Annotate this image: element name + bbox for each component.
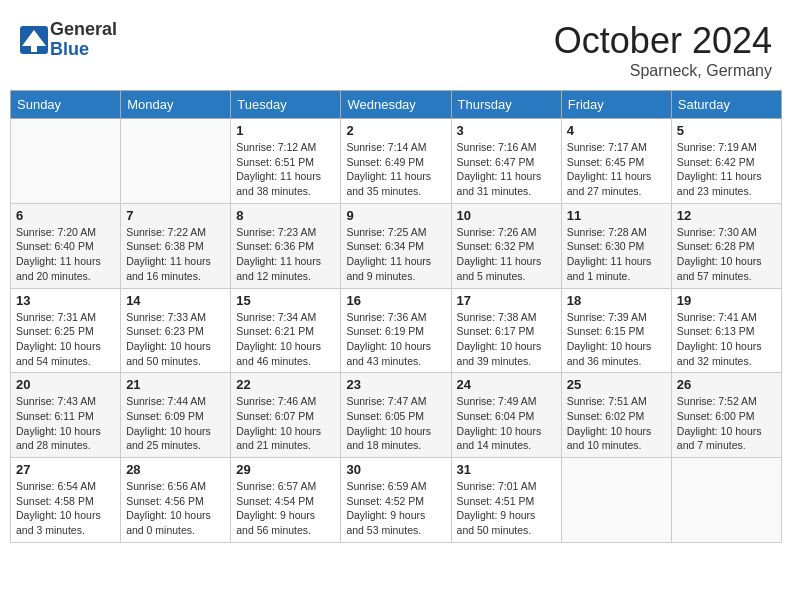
calendar-cell: 17Sunrise: 7:38 AM Sunset: 6:17 PM Dayli… xyxy=(451,288,561,373)
calendar-cell: 19Sunrise: 7:41 AM Sunset: 6:13 PM Dayli… xyxy=(671,288,781,373)
weekday-header-saturday: Saturday xyxy=(671,91,781,119)
day-info: Sunrise: 7:33 AM Sunset: 6:23 PM Dayligh… xyxy=(126,310,225,369)
calendar-cell: 26Sunrise: 7:52 AM Sunset: 6:00 PM Dayli… xyxy=(671,373,781,458)
weekday-header-friday: Friday xyxy=(561,91,671,119)
calendar-cell: 8Sunrise: 7:23 AM Sunset: 6:36 PM Daylig… xyxy=(231,203,341,288)
day-info: Sunrise: 7:49 AM Sunset: 6:04 PM Dayligh… xyxy=(457,394,556,453)
day-number: 13 xyxy=(16,293,115,308)
day-number: 19 xyxy=(677,293,776,308)
day-info: Sunrise: 7:17 AM Sunset: 6:45 PM Dayligh… xyxy=(567,140,666,199)
calendar-cell: 9Sunrise: 7:25 AM Sunset: 6:34 PM Daylig… xyxy=(341,203,451,288)
day-number: 8 xyxy=(236,208,335,223)
calendar-cell: 30Sunrise: 6:59 AM Sunset: 4:52 PM Dayli… xyxy=(341,458,451,543)
day-number: 4 xyxy=(567,123,666,138)
day-number: 2 xyxy=(346,123,445,138)
day-info: Sunrise: 7:22 AM Sunset: 6:38 PM Dayligh… xyxy=(126,225,225,284)
day-number: 21 xyxy=(126,377,225,392)
day-info: Sunrise: 6:56 AM Sunset: 4:56 PM Dayligh… xyxy=(126,479,225,538)
logo-icon xyxy=(20,26,48,54)
calendar-cell: 29Sunrise: 6:57 AM Sunset: 4:54 PM Dayli… xyxy=(231,458,341,543)
calendar-cell: 15Sunrise: 7:34 AM Sunset: 6:21 PM Dayli… xyxy=(231,288,341,373)
day-number: 23 xyxy=(346,377,445,392)
calendar-cell: 27Sunrise: 6:54 AM Sunset: 4:58 PM Dayli… xyxy=(11,458,121,543)
day-number: 11 xyxy=(567,208,666,223)
calendar-cell: 7Sunrise: 7:22 AM Sunset: 6:38 PM Daylig… xyxy=(121,203,231,288)
day-number: 6 xyxy=(16,208,115,223)
day-info: Sunrise: 7:12 AM Sunset: 6:51 PM Dayligh… xyxy=(236,140,335,199)
day-info: Sunrise: 7:47 AM Sunset: 6:05 PM Dayligh… xyxy=(346,394,445,453)
calendar-cell: 16Sunrise: 7:36 AM Sunset: 6:19 PM Dayli… xyxy=(341,288,451,373)
day-info: Sunrise: 7:30 AM Sunset: 6:28 PM Dayligh… xyxy=(677,225,776,284)
calendar-week-row: 20Sunrise: 7:43 AM Sunset: 6:11 PM Dayli… xyxy=(11,373,782,458)
calendar-week-row: 27Sunrise: 6:54 AM Sunset: 4:58 PM Dayli… xyxy=(11,458,782,543)
calendar-cell xyxy=(121,119,231,204)
day-info: Sunrise: 7:14 AM Sunset: 6:49 PM Dayligh… xyxy=(346,140,445,199)
day-number: 22 xyxy=(236,377,335,392)
calendar-cell: 13Sunrise: 7:31 AM Sunset: 6:25 PM Dayli… xyxy=(11,288,121,373)
calendar-cell: 1Sunrise: 7:12 AM Sunset: 6:51 PM Daylig… xyxy=(231,119,341,204)
day-info: Sunrise: 7:16 AM Sunset: 6:47 PM Dayligh… xyxy=(457,140,556,199)
calendar-cell: 20Sunrise: 7:43 AM Sunset: 6:11 PM Dayli… xyxy=(11,373,121,458)
day-info: Sunrise: 7:20 AM Sunset: 6:40 PM Dayligh… xyxy=(16,225,115,284)
day-info: Sunrise: 7:46 AM Sunset: 6:07 PM Dayligh… xyxy=(236,394,335,453)
logo-blue: Blue xyxy=(50,40,117,60)
calendar-cell: 12Sunrise: 7:30 AM Sunset: 6:28 PM Dayli… xyxy=(671,203,781,288)
day-number: 24 xyxy=(457,377,556,392)
day-info: Sunrise: 7:34 AM Sunset: 6:21 PM Dayligh… xyxy=(236,310,335,369)
weekday-header-tuesday: Tuesday xyxy=(231,91,341,119)
day-info: Sunrise: 7:28 AM Sunset: 6:30 PM Dayligh… xyxy=(567,225,666,284)
day-info: Sunrise: 6:54 AM Sunset: 4:58 PM Dayligh… xyxy=(16,479,115,538)
day-info: Sunrise: 7:31 AM Sunset: 6:25 PM Dayligh… xyxy=(16,310,115,369)
calendar-cell xyxy=(561,458,671,543)
calendar-cell: 2Sunrise: 7:14 AM Sunset: 6:49 PM Daylig… xyxy=(341,119,451,204)
location: Sparneck, Germany xyxy=(554,62,772,80)
day-number: 1 xyxy=(236,123,335,138)
day-info: Sunrise: 7:51 AM Sunset: 6:02 PM Dayligh… xyxy=(567,394,666,453)
day-info: Sunrise: 6:57 AM Sunset: 4:54 PM Dayligh… xyxy=(236,479,335,538)
day-info: Sunrise: 7:23 AM Sunset: 6:36 PM Dayligh… xyxy=(236,225,335,284)
calendar-table: SundayMondayTuesdayWednesdayThursdayFrid… xyxy=(10,90,782,543)
calendar-cell: 28Sunrise: 6:56 AM Sunset: 4:56 PM Dayli… xyxy=(121,458,231,543)
calendar-cell: 5Sunrise: 7:19 AM Sunset: 6:42 PM Daylig… xyxy=(671,119,781,204)
day-number: 28 xyxy=(126,462,225,477)
calendar-cell: 24Sunrise: 7:49 AM Sunset: 6:04 PM Dayli… xyxy=(451,373,561,458)
day-number: 9 xyxy=(346,208,445,223)
day-number: 31 xyxy=(457,462,556,477)
day-number: 18 xyxy=(567,293,666,308)
title-block: October 2024 Sparneck, Germany xyxy=(554,20,772,80)
calendar-week-row: 13Sunrise: 7:31 AM Sunset: 6:25 PM Dayli… xyxy=(11,288,782,373)
weekday-header-monday: Monday xyxy=(121,91,231,119)
calendar-body: 1Sunrise: 7:12 AM Sunset: 6:51 PM Daylig… xyxy=(11,119,782,543)
day-number: 14 xyxy=(126,293,225,308)
calendar-cell: 4Sunrise: 7:17 AM Sunset: 6:45 PM Daylig… xyxy=(561,119,671,204)
svg-rect-2 xyxy=(31,46,37,52)
day-number: 25 xyxy=(567,377,666,392)
day-number: 30 xyxy=(346,462,445,477)
day-number: 12 xyxy=(677,208,776,223)
day-info: Sunrise: 7:43 AM Sunset: 6:11 PM Dayligh… xyxy=(16,394,115,453)
calendar-cell: 11Sunrise: 7:28 AM Sunset: 6:30 PM Dayli… xyxy=(561,203,671,288)
calendar-cell: 10Sunrise: 7:26 AM Sunset: 6:32 PM Dayli… xyxy=(451,203,561,288)
day-info: Sunrise: 7:01 AM Sunset: 4:51 PM Dayligh… xyxy=(457,479,556,538)
page-header: General Blue October 2024 Sparneck, Germ… xyxy=(10,10,782,85)
calendar-cell: 25Sunrise: 7:51 AM Sunset: 6:02 PM Dayli… xyxy=(561,373,671,458)
calendar-cell: 22Sunrise: 7:46 AM Sunset: 6:07 PM Dayli… xyxy=(231,373,341,458)
calendar-cell: 3Sunrise: 7:16 AM Sunset: 6:47 PM Daylig… xyxy=(451,119,561,204)
day-number: 15 xyxy=(236,293,335,308)
month-title: October 2024 xyxy=(554,20,772,62)
calendar-header: SundayMondayTuesdayWednesdayThursdayFrid… xyxy=(11,91,782,119)
day-info: Sunrise: 7:25 AM Sunset: 6:34 PM Dayligh… xyxy=(346,225,445,284)
weekday-header-wednesday: Wednesday xyxy=(341,91,451,119)
logo: General Blue xyxy=(20,20,117,60)
day-number: 17 xyxy=(457,293,556,308)
calendar-week-row: 6Sunrise: 7:20 AM Sunset: 6:40 PM Daylig… xyxy=(11,203,782,288)
day-info: Sunrise: 7:41 AM Sunset: 6:13 PM Dayligh… xyxy=(677,310,776,369)
logo-general: General xyxy=(50,20,117,40)
day-info: Sunrise: 7:26 AM Sunset: 6:32 PM Dayligh… xyxy=(457,225,556,284)
day-number: 16 xyxy=(346,293,445,308)
day-number: 20 xyxy=(16,377,115,392)
day-number: 3 xyxy=(457,123,556,138)
day-number: 5 xyxy=(677,123,776,138)
calendar-cell: 21Sunrise: 7:44 AM Sunset: 6:09 PM Dayli… xyxy=(121,373,231,458)
day-info: Sunrise: 7:38 AM Sunset: 6:17 PM Dayligh… xyxy=(457,310,556,369)
